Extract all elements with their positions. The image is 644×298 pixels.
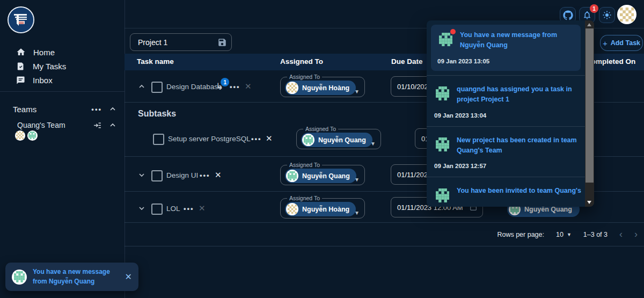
- notification-count-badge: 1: [590, 4, 598, 13]
- notification-item[interactable]: quangnd has assigned you a task in proje…: [427, 75, 585, 126]
- rows-per-page-value: 10: [556, 231, 564, 238]
- sidebar-item-label: My Tasks: [33, 62, 66, 71]
- notification-time: 09 Jan 2023 12:57: [433, 163, 581, 169]
- toast-notification[interactable]: You have a new message from Nguyễn Quang…: [5, 263, 138, 291]
- task-name[interactable]: Design UI: [166, 171, 198, 179]
- assignee-avatar: [286, 170, 298, 182]
- add-task-button[interactable]: + Add Task: [600, 35, 643, 51]
- teams-collapse-icon[interactable]: [108, 105, 117, 113]
- sidebar-item-label: Inbox: [33, 76, 53, 85]
- assignee-select[interactable]: Assigned To Nguyễn Quang ▼: [296, 126, 381, 149]
- scroll-up-arrow-icon[interactable]: [587, 23, 591, 26]
- task-checkbox[interactable]: [151, 203, 163, 215]
- column-task-name: Task name: [137, 57, 174, 66]
- toast-close-icon[interactable]: ✕: [125, 272, 132, 282]
- subtasks-title: Subtasks: [138, 109, 176, 119]
- column-due-date: Due Date: [391, 57, 423, 66]
- task-name[interactable]: Design Database: [166, 83, 222, 91]
- scroll-down-arrow-icon[interactable]: [587, 201, 591, 204]
- notification-text: New project has been created in team Qua…: [457, 135, 581, 156]
- subtask-count-badge: 1: [221, 78, 229, 86]
- notification-time: 09 Jan 2023 13:04: [433, 112, 581, 119]
- chevron-down-icon[interactable]: ▼: [354, 89, 360, 95]
- due-date-value: 01/10/202: [397, 83, 428, 91]
- notification-time: 09 Jan 2023 13:05: [436, 58, 575, 64]
- pin-team-icon[interactable]: [93, 121, 102, 130]
- delete-task-icon[interactable]: ✕: [245, 82, 252, 91]
- assignee-select[interactable]: Assigned To Nguyễn Quang ▼: [280, 162, 365, 185]
- assigned-to-label: Assigned To: [287, 195, 322, 201]
- assignee-avatar: [302, 134, 314, 146]
- chevron-down-icon[interactable]: ▼: [370, 141, 376, 147]
- toast-text: You have a new message from Nguyễn Quang: [33, 267, 118, 286]
- teams-more-button[interactable]: •••: [91, 105, 102, 113]
- assignee-avatar: [286, 82, 298, 94]
- notification-item[interactable]: You have been invited to team Quang's: [427, 177, 585, 207]
- sidebar-item-home[interactable]: Home: [0, 45, 125, 59]
- collapse-row-icon[interactable]: [137, 82, 146, 91]
- assigned-to-label: Assigned To: [287, 162, 322, 168]
- assignee-chip: Nguyễn Quang: [285, 169, 356, 183]
- completed-by-name: Nguyễn Quang: [524, 206, 572, 213]
- assignee-select[interactable]: Assigned To Nguyễn Hoàng ▼: [280, 74, 365, 97]
- user-avatar[interactable]: [617, 5, 636, 24]
- task-name[interactable]: LOL: [166, 205, 180, 213]
- row-more-button[interactable]: •••: [251, 135, 262, 143]
- task-checkbox[interactable]: [151, 82, 163, 93]
- team-member-avatar[interactable]: [15, 130, 25, 141]
- add-subtask-icon[interactable]: ↳ 1: [216, 82, 223, 92]
- expand-row-icon[interactable]: [137, 204, 146, 213]
- row-more-button[interactable]: •••: [184, 205, 194, 213]
- app-root: Home My Tasks Inbox Teams ••• Quang: [0, 0, 644, 298]
- rows-per-page-label: Rows per page:: [497, 231, 544, 238]
- expand-row-icon[interactable]: [137, 171, 146, 179]
- university-logo: [8, 6, 34, 33]
- delete-subtask-icon[interactable]: ✕: [266, 134, 273, 143]
- row-more-button[interactable]: •••: [200, 171, 210, 179]
- scrollbar-thumb[interactable]: [586, 28, 594, 183]
- rows-per-page-select[interactable]: 10 ▼: [556, 231, 572, 238]
- assignee-name: Nguyễn Quang: [302, 172, 350, 180]
- sidebar-item-my-tasks[interactable]: My Tasks: [0, 59, 125, 73]
- chevron-down-icon[interactable]: ▼: [354, 177, 360, 183]
- subtask-name[interactable]: Setup server PostgreSQL: [168, 135, 251, 143]
- task-checkbox[interactable]: [151, 170, 163, 181]
- save-icon[interactable]: [217, 38, 227, 47]
- notification-item[interactable]: You have a new message from Nguyễn Quang…: [431, 25, 581, 71]
- chevron-down-icon: ▼: [567, 232, 572, 237]
- delete-task-icon[interactable]: ✕: [199, 203, 206, 213]
- chevron-down-icon[interactable]: ▼: [354, 210, 360, 216]
- tasks-icon: [16, 62, 25, 71]
- column-assigned-to: Assigned To: [280, 57, 323, 66]
- due-date-value: 01/11/202: [397, 171, 428, 179]
- inbox-icon: [16, 76, 25, 85]
- project-name-field: [130, 33, 232, 51]
- theme-toggle-button[interactable]: [599, 7, 615, 23]
- sidebar-divider: [0, 91, 125, 92]
- assignee-chip: Nguyễn Hoàng: [285, 202, 356, 216]
- notification-item[interactable]: New project has been created in team Qua…: [427, 126, 585, 177]
- panel-scrollbar[interactable]: [585, 20, 594, 207]
- project-name-input[interactable]: [137, 38, 217, 47]
- sidebar-item-inbox[interactable]: Inbox: [0, 73, 125, 87]
- notification-avatar: [433, 135, 452, 154]
- team-name[interactable]: Quang's Team: [17, 121, 65, 129]
- delete-task-icon[interactable]: ✕: [215, 170, 222, 180]
- assignee-select[interactable]: Assigned To Nguyễn Hoàng ▼: [280, 195, 365, 219]
- row-more-button[interactable]: •••: [230, 83, 240, 91]
- table-bottom-divider: [125, 246, 644, 246]
- assignee-chip: Nguyễn Quang: [301, 133, 372, 147]
- sidebar: Home My Tasks Inbox Teams ••• Quang: [0, 0, 125, 298]
- team-collapse-icon[interactable]: [108, 121, 117, 129]
- team-member-avatar[interactable]: [27, 130, 38, 141]
- sun-icon: [602, 10, 612, 20]
- previous-page-button[interactable]: ‹: [619, 229, 623, 240]
- add-task-label: Add Task: [611, 39, 640, 47]
- subtask-checkbox[interactable]: [153, 134, 164, 145]
- home-icon: [16, 47, 26, 57]
- next-page-button[interactable]: ›: [634, 229, 638, 240]
- pagination-range: 1–3 of 3: [583, 231, 608, 238]
- notifications-panel: You have a new message from Nguyễn Quang…: [427, 20, 594, 207]
- notification-text: quangnd has assigned you a task in proje…: [457, 84, 581, 105]
- bell-icon: [582, 10, 592, 20]
